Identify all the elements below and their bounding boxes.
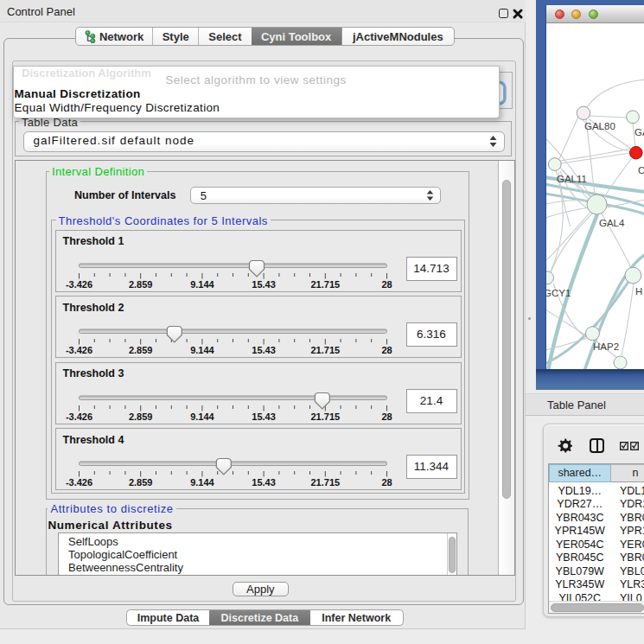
svg-text:9.144: 9.144 xyxy=(190,345,214,355)
svg-text:GCY1: GCY1 xyxy=(546,288,571,298)
svg-text:28: 28 xyxy=(381,411,392,422)
svg-text:GAL80: GAL80 xyxy=(584,121,615,131)
svg-text:15.43: 15.43 xyxy=(252,411,276,422)
svg-text:28: 28 xyxy=(381,279,392,290)
svg-text:9.144: 9.144 xyxy=(190,477,214,488)
svg-text:GA: GA xyxy=(634,127,644,137)
svg-text:2.859: 2.859 xyxy=(128,477,152,488)
svg-text:HAP2: HAP2 xyxy=(593,341,619,352)
svg-text:-3.426: -3.426 xyxy=(65,279,92,290)
svg-text:15.43: 15.43 xyxy=(252,477,276,488)
svg-text:9.144: 9.144 xyxy=(190,279,214,290)
svg-text:-3.426: -3.426 xyxy=(65,477,92,488)
svg-text:GAL11: GAL11 xyxy=(557,174,587,184)
svg-text:GAL4: GAL4 xyxy=(599,218,625,228)
svg-text:28: 28 xyxy=(381,345,392,355)
svg-text:2.859: 2.859 xyxy=(128,345,152,355)
svg-text:15.43: 15.43 xyxy=(252,345,276,355)
svg-text:21.715: 21.715 xyxy=(310,411,340,422)
svg-text:C: C xyxy=(638,165,644,175)
svg-text:21.715: 21.715 xyxy=(310,477,340,488)
svg-text:21.715: 21.715 xyxy=(310,345,340,355)
svg-text:2.859: 2.859 xyxy=(128,411,152,422)
svg-text:2.859: 2.859 xyxy=(128,279,152,290)
svg-text:21.715: 21.715 xyxy=(310,279,340,290)
svg-text:9.144: 9.144 xyxy=(190,411,214,422)
svg-text:15.43: 15.43 xyxy=(252,279,276,290)
svg-text:-3.426: -3.426 xyxy=(65,345,92,355)
svg-text:H: H xyxy=(635,286,642,296)
svg-text:-3.426: -3.426 xyxy=(65,411,92,422)
svg-text:28: 28 xyxy=(381,477,392,488)
